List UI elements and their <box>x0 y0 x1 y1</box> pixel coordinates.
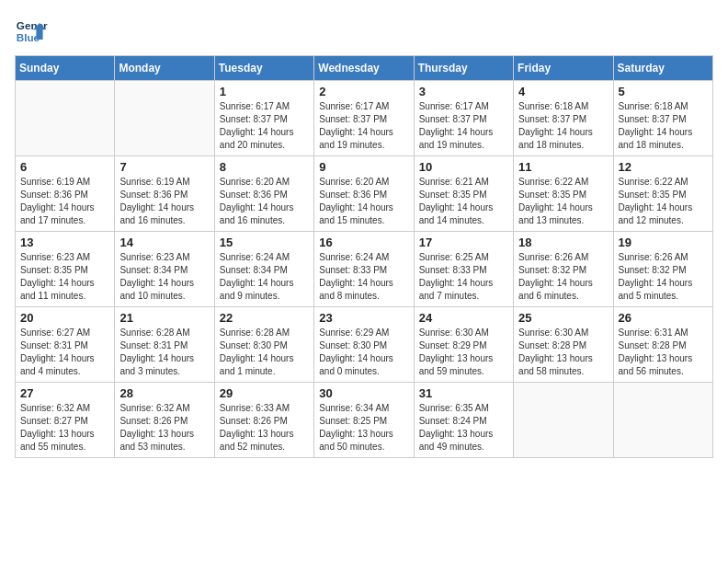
day-info: Sunrise: 6:24 AM Sunset: 8:33 PM Dayligh… <box>319 251 408 303</box>
day-number: 14 <box>119 236 209 249</box>
calendar-cell: 30Sunrise: 6:34 AM Sunset: 8:25 PM Dayli… <box>314 383 414 458</box>
day-number: 25 <box>518 311 608 325</box>
calendar-cell: 29Sunrise: 6:33 AM Sunset: 8:26 PM Dayli… <box>214 383 313 458</box>
day-info: Sunrise: 6:30 AM Sunset: 8:29 PM Dayligh… <box>419 327 508 378</box>
day-info: Sunrise: 6:31 AM Sunset: 8:28 PM Dayligh… <box>619 327 708 378</box>
weekday-header-saturday: Saturday <box>613 56 712 81</box>
day-info: Sunrise: 6:23 AM Sunset: 8:35 PM Dayligh… <box>20 251 109 303</box>
calendar-cell: 19Sunrise: 6:26 AM Sunset: 8:32 PM Dayli… <box>613 232 712 307</box>
day-number: 29 <box>220 386 309 400</box>
logo: General Blue <box>15 15 48 48</box>
calendar-cell: 26Sunrise: 6:31 AM Sunset: 8:28 PM Dayli… <box>613 307 712 383</box>
day-number: 6 <box>20 160 109 174</box>
weekday-header-row: SundayMondayTuesdayWednesdayThursdayFrid… <box>16 56 713 81</box>
day-number: 12 <box>619 160 708 174</box>
calendar-cell: 28Sunrise: 6:32 AM Sunset: 8:26 PM Dayli… <box>115 383 214 458</box>
week-row-2: 6Sunrise: 6:19 AM Sunset: 8:36 PM Daylig… <box>16 156 713 232</box>
calendar-cell: 24Sunrise: 6:30 AM Sunset: 8:29 PM Dayli… <box>414 307 513 383</box>
calendar-cell <box>115 81 214 156</box>
calendar-cell: 2Sunrise: 6:17 AM Sunset: 8:37 PM Daylig… <box>314 81 414 156</box>
day-info: Sunrise: 6:28 AM Sunset: 8:31 PM Dayligh… <box>119 327 209 378</box>
calendar-cell: 9Sunrise: 6:20 AM Sunset: 8:36 PM Daylig… <box>314 156 414 232</box>
day-number: 9 <box>319 160 408 174</box>
calendar-cell: 31Sunrise: 6:35 AM Sunset: 8:24 PM Dayli… <box>414 383 513 458</box>
day-info: Sunrise: 6:29 AM Sunset: 8:30 PM Dayligh… <box>319 327 408 378</box>
day-number: 27 <box>20 386 109 400</box>
calendar-cell: 14Sunrise: 6:23 AM Sunset: 8:34 PM Dayli… <box>115 232 214 307</box>
calendar-cell: 3Sunrise: 6:17 AM Sunset: 8:37 PM Daylig… <box>414 81 513 156</box>
day-number: 2 <box>319 85 408 98</box>
day-info: Sunrise: 6:20 AM Sunset: 8:36 PM Dayligh… <box>220 176 309 227</box>
logo-icon: General Blue <box>15 15 48 48</box>
calendar-cell: 16Sunrise: 6:24 AM Sunset: 8:33 PM Dayli… <box>314 232 414 307</box>
day-info: Sunrise: 6:19 AM Sunset: 8:36 PM Dayligh… <box>119 176 209 227</box>
weekday-header-tuesday: Tuesday <box>214 56 313 81</box>
calendar-cell: 18Sunrise: 6:26 AM Sunset: 8:32 PM Dayli… <box>514 232 613 307</box>
day-info: Sunrise: 6:26 AM Sunset: 8:32 PM Dayligh… <box>518 251 608 303</box>
day-info: Sunrise: 6:30 AM Sunset: 8:28 PM Dayligh… <box>518 327 608 378</box>
day-number: 13 <box>20 236 109 249</box>
calendar-cell <box>613 383 712 458</box>
week-row-1: 1Sunrise: 6:17 AM Sunset: 8:37 PM Daylig… <box>16 81 713 156</box>
day-number: 3 <box>419 85 508 98</box>
day-number: 23 <box>319 311 408 325</box>
day-info: Sunrise: 6:27 AM Sunset: 8:31 PM Dayligh… <box>20 327 109 378</box>
day-info: Sunrise: 6:22 AM Sunset: 8:35 PM Dayligh… <box>619 176 708 227</box>
day-number: 28 <box>119 386 209 400</box>
day-info: Sunrise: 6:34 AM Sunset: 8:25 PM Dayligh… <box>319 402 408 454</box>
weekday-header-sunday: Sunday <box>16 56 115 81</box>
day-info: Sunrise: 6:23 AM Sunset: 8:34 PM Dayligh… <box>119 251 209 303</box>
day-number: 17 <box>419 236 508 249</box>
week-row-5: 27Sunrise: 6:32 AM Sunset: 8:27 PM Dayli… <box>16 383 713 458</box>
day-number: 4 <box>518 85 608 98</box>
calendar-cell <box>16 81 115 156</box>
day-number: 7 <box>119 160 209 174</box>
calendar-cell: 23Sunrise: 6:29 AM Sunset: 8:30 PM Dayli… <box>314 307 414 383</box>
day-info: Sunrise: 6:25 AM Sunset: 8:33 PM Dayligh… <box>419 251 508 303</box>
header: General Blue <box>15 15 713 48</box>
day-number: 11 <box>518 160 608 174</box>
day-number: 24 <box>419 311 508 325</box>
day-number: 26 <box>619 311 708 325</box>
day-info: Sunrise: 6:26 AM Sunset: 8:32 PM Dayligh… <box>619 251 708 303</box>
weekday-header-thursday: Thursday <box>414 56 513 81</box>
day-number: 20 <box>20 311 109 325</box>
weekday-header-wednesday: Wednesday <box>314 56 414 81</box>
day-info: Sunrise: 6:18 AM Sunset: 8:37 PM Dayligh… <box>619 100 708 152</box>
day-info: Sunrise: 6:21 AM Sunset: 8:35 PM Dayligh… <box>419 176 508 227</box>
calendar-cell: 17Sunrise: 6:25 AM Sunset: 8:33 PM Dayli… <box>414 232 513 307</box>
calendar-cell: 5Sunrise: 6:18 AM Sunset: 8:37 PM Daylig… <box>613 81 712 156</box>
calendar-cell: 25Sunrise: 6:30 AM Sunset: 8:28 PM Dayli… <box>514 307 613 383</box>
day-number: 21 <box>119 311 209 325</box>
calendar-cell: 8Sunrise: 6:20 AM Sunset: 8:36 PM Daylig… <box>214 156 313 232</box>
day-info: Sunrise: 6:32 AM Sunset: 8:26 PM Dayligh… <box>119 402 209 454</box>
day-number: 10 <box>419 160 508 174</box>
day-number: 15 <box>220 236 309 249</box>
calendar-cell: 22Sunrise: 6:28 AM Sunset: 8:30 PM Dayli… <box>214 307 313 383</box>
day-info: Sunrise: 6:22 AM Sunset: 8:35 PM Dayligh… <box>518 176 608 227</box>
calendar-cell: 7Sunrise: 6:19 AM Sunset: 8:36 PM Daylig… <box>115 156 214 232</box>
day-info: Sunrise: 6:32 AM Sunset: 8:27 PM Dayligh… <box>20 402 109 454</box>
day-number: 19 <box>619 236 708 249</box>
calendar-cell: 13Sunrise: 6:23 AM Sunset: 8:35 PM Dayli… <box>16 232 115 307</box>
day-info: Sunrise: 6:19 AM Sunset: 8:36 PM Dayligh… <box>20 176 109 227</box>
calendar-cell: 10Sunrise: 6:21 AM Sunset: 8:35 PM Dayli… <box>414 156 513 232</box>
day-info: Sunrise: 6:20 AM Sunset: 8:36 PM Dayligh… <box>319 176 408 227</box>
calendar: SundayMondayTuesdayWednesdayThursdayFrid… <box>15 55 713 458</box>
day-number: 16 <box>319 236 408 249</box>
week-row-4: 20Sunrise: 6:27 AM Sunset: 8:31 PM Dayli… <box>16 307 713 383</box>
day-info: Sunrise: 6:17 AM Sunset: 8:37 PM Dayligh… <box>319 100 408 152</box>
weekday-header-monday: Monday <box>115 56 214 81</box>
day-info: Sunrise: 6:24 AM Sunset: 8:34 PM Dayligh… <box>220 251 309 303</box>
calendar-cell: 21Sunrise: 6:28 AM Sunset: 8:31 PM Dayli… <box>115 307 214 383</box>
day-number: 31 <box>419 386 508 400</box>
day-number: 18 <box>518 236 608 249</box>
day-number: 30 <box>319 386 408 400</box>
day-info: Sunrise: 6:17 AM Sunset: 8:37 PM Dayligh… <box>220 100 309 152</box>
calendar-cell: 6Sunrise: 6:19 AM Sunset: 8:36 PM Daylig… <box>16 156 115 232</box>
calendar-cell: 4Sunrise: 6:18 AM Sunset: 8:37 PM Daylig… <box>514 81 613 156</box>
calendar-cell: 12Sunrise: 6:22 AM Sunset: 8:35 PM Dayli… <box>613 156 712 232</box>
week-row-3: 13Sunrise: 6:23 AM Sunset: 8:35 PM Dayli… <box>16 232 713 307</box>
day-number: 22 <box>220 311 309 325</box>
day-info: Sunrise: 6:35 AM Sunset: 8:24 PM Dayligh… <box>419 402 508 454</box>
